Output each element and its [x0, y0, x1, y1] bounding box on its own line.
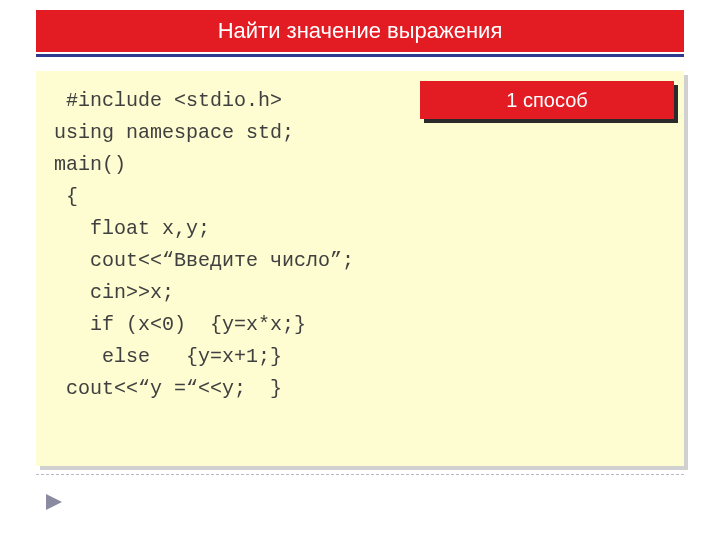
- svg-marker-0: [46, 494, 62, 510]
- code-line: else {y=x+1;}: [54, 341, 666, 373]
- title-underline: [36, 54, 684, 57]
- method-badge: 1 способ: [420, 81, 674, 119]
- code-line: if (x<0) {y=x*x;}: [54, 309, 666, 341]
- nav-arrow-icon: [46, 494, 66, 510]
- code-line: cout<<“Введите число”;: [54, 245, 666, 277]
- code-line: cout<<“y =“<<y; }: [54, 373, 666, 405]
- slide: Найти значение выражения #include <stdio…: [0, 0, 720, 540]
- footer-divider: [36, 474, 684, 475]
- code-box: #include <stdio.h> using namespace std; …: [36, 71, 684, 466]
- slide-title: Найти значение выражения: [218, 18, 503, 44]
- code-line: float x,y;: [54, 213, 666, 245]
- code-line: {: [54, 181, 666, 213]
- code-line: main(): [54, 149, 666, 181]
- code-line: cin>>x;: [54, 277, 666, 309]
- method-badge-label: 1 способ: [506, 89, 587, 112]
- title-bar: Найти значение выражения: [36, 10, 684, 52]
